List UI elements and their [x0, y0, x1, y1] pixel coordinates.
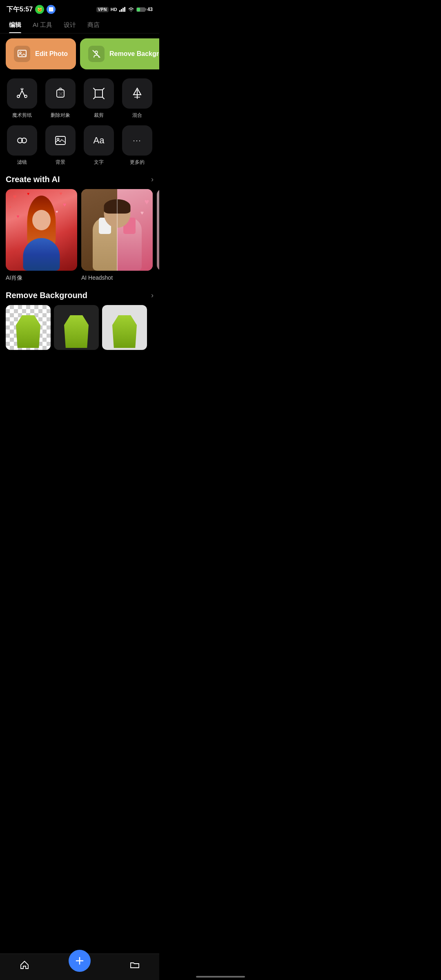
edit-photo-card[interactable]: Edit Photo — [6, 38, 76, 69]
tool-remove-obj[interactable]: 删除对象 — [44, 78, 77, 119]
ai-headshot-label: AI Headshot — [81, 274, 113, 281]
battery-level: 43 — [147, 7, 153, 12]
wifi-icon — [128, 7, 134, 12]
remove-obj-icon-box — [45, 78, 76, 109]
ai-portrait-image: ♥ ♥ ♥ ♥ ♥ ♥ ♥ ♥ — [6, 189, 77, 271]
magic-cut-icon-box — [7, 78, 37, 109]
ai-cards-row: ♥ ♥ ♥ ♥ ♥ ♥ ♥ ♥ — [0, 189, 159, 282]
feature-cards-row: Edit Photo Remove Background — [0, 33, 159, 74]
remove-bg-cards-row — [0, 305, 159, 350]
ai-headshot-image: ♥ ♥ — [81, 189, 153, 271]
status-icon-2: 🅰 — [47, 5, 56, 14]
remove-bg-card-2[interactable] — [54, 305, 99, 350]
tool-text-label: 文字 — [94, 159, 104, 166]
tool-more[interactable]: ··· 更多的 — [121, 125, 154, 166]
background-icon-box — [45, 125, 76, 156]
tools-grid-2: 滤镜 背景 Aa 文字 — [6, 125, 154, 166]
edit-photo-icon — [14, 46, 30, 62]
svg-rect-0 — [119, 10, 120, 12]
svg-line-14 — [94, 97, 95, 99]
tab-ai-tools[interactable]: AI 工具 — [27, 17, 58, 33]
remove-bg-card-3[interactable] — [102, 305, 147, 350]
remove-bg-icon — [88, 46, 105, 62]
tool-filter-label: 滤镜 — [17, 159, 27, 166]
vpn-badge: VPN — [96, 7, 109, 12]
svg-line-13 — [102, 97, 104, 99]
more-icon-box: ··· — [122, 125, 152, 156]
tools-section: 魔术剪纸 删除对象 — [0, 74, 159, 166]
crop-icon-box — [84, 78, 114, 109]
remove-bg-section-header: Remove Background › — [0, 282, 159, 305]
tab-design[interactable]: 设计 — [58, 17, 82, 33]
tool-remove-obj-label: 删除对象 — [51, 112, 70, 119]
tool-more-label: 更多的 — [130, 159, 145, 166]
status-icon-1: 🐱 — [35, 5, 44, 14]
status-bar: 下午5:57 🐱 🅰 VPN HD — [0, 0, 159, 17]
tool-crop[interactable]: 裁剪 — [82, 78, 115, 119]
rb-subject-1 — [13, 315, 44, 348]
remove-bg-card-1[interactable] — [6, 305, 51, 350]
tool-background[interactable]: 背景 — [44, 125, 77, 166]
rb-subject-2 — [61, 315, 92, 348]
tool-crop-label: 裁剪 — [94, 112, 104, 119]
filter-icon-box — [7, 125, 37, 156]
text-icon-box: Aa — [84, 125, 114, 156]
edit-photo-label: Edit Photo — [35, 50, 68, 58]
hd-badge: HD — [111, 7, 117, 12]
tool-magic-cut-label: 魔术剪纸 — [12, 112, 32, 119]
svg-line-15 — [102, 88, 104, 90]
tab-edit[interactable]: 编辑 — [3, 17, 27, 33]
tools-grid: 魔术剪纸 删除对象 — [6, 78, 154, 119]
status-time: 下午5:57 — [7, 5, 33, 14]
svg-rect-3 — [124, 7, 125, 12]
remove-bg-card[interactable]: Remove Background — [80, 38, 159, 69]
tab-shop[interactable]: 商店 — [82, 17, 105, 33]
dark-bg-card — [54, 305, 99, 350]
ai-card-3-image — [157, 189, 159, 271]
create-with-ai-arrow[interactable]: › — [151, 175, 154, 184]
tool-blend[interactable]: 混合 — [121, 78, 154, 119]
tool-filter[interactable]: 滤镜 — [6, 125, 38, 166]
tool-blend-label: 混合 — [132, 112, 142, 119]
white-bg-card — [102, 305, 147, 350]
tool-text[interactable]: Aa 文字 — [82, 125, 115, 166]
signal-icon — [119, 7, 126, 12]
svg-rect-2 — [122, 8, 124, 12]
status-icons: VPN HD 43 — [96, 7, 153, 12]
svg-rect-21 — [56, 136, 65, 145]
tool-background-label: 背景 — [56, 159, 65, 166]
svg-line-12 — [94, 88, 95, 90]
create-with-ai-title: Create with AI — [6, 175, 60, 184]
blend-icon-box — [122, 78, 152, 109]
create-with-ai-header: Create with AI › — [0, 166, 159, 189]
rb-subject-3 — [109, 315, 140, 348]
remove-bg-section-arrow[interactable]: › — [151, 291, 154, 300]
remove-bg-label: Remove Background — [109, 50, 159, 58]
battery-icon — [136, 7, 145, 12]
tool-magic-cut[interactable]: 魔术剪纸 — [6, 78, 38, 119]
remove-bg-section-title: Remove Background — [6, 291, 87, 300]
ai-card-3[interactable] — [157, 189, 159, 282]
tab-bar: 编辑 AI 工具 设计 商店 — [0, 17, 159, 33]
svg-rect-1 — [121, 9, 122, 12]
checkerboard-bg-1 — [6, 305, 51, 350]
ai-portrait-card[interactable]: ♥ ♥ ♥ ♥ ♥ ♥ ♥ ♥ — [6, 189, 77, 282]
ai-headshot-card[interactable]: ♥ ♥ — [81, 189, 153, 282]
svg-rect-11 — [95, 90, 102, 97]
ai-portrait-label: AI肖像 — [6, 274, 22, 281]
